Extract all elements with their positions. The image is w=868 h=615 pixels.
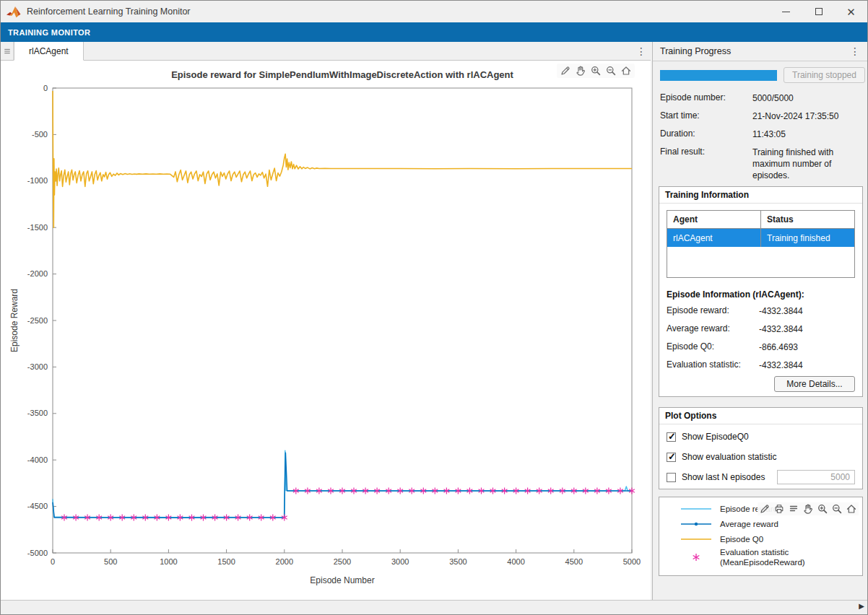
legend-panel: Episode rewardAverage rewardEpisode Q0Ev…: [659, 497, 863, 576]
svg-text:5000: 5000: [623, 557, 641, 566]
pan-icon[interactable]: [802, 503, 814, 515]
training-stopped-button: Training stopped: [784, 67, 865, 83]
plot-options-rows: Show EpisodeQ0Show evaluation statisticS…: [659, 427, 862, 487]
info-value: -4332.3844: [759, 359, 855, 371]
svg-text:4500: 4500: [565, 557, 583, 566]
checkbox-label: Show evaluation statistic: [682, 452, 776, 462]
svg-text:-1000: -1000: [27, 176, 48, 185]
checkbox-label: Show EpisodeQ0: [682, 432, 749, 442]
plot-option-row: Show evaluation statistic: [659, 447, 862, 467]
tab-training-monitor[interactable]: TRAINING MONITOR: [8, 28, 90, 37]
info-row: Duration:11:43:05: [660, 128, 863, 141]
document-kebab-icon[interactable]: ⋮: [632, 42, 651, 60]
svg-text:Episode Reward: Episode Reward: [9, 289, 19, 352]
window-title: Reinforcement Learning Training Monitor: [27, 6, 191, 17]
checkbox-label: Show last N episodes: [682, 472, 765, 482]
info-value: -866.4693: [759, 341, 855, 353]
panel-title: Training Progress: [660, 46, 731, 56]
plot-option-row: Show last N episodes: [659, 467, 862, 487]
legend-label-line: Average reward: [720, 519, 778, 529]
legend-label: Average reward: [720, 519, 778, 529]
home-icon[interactable]: [846, 503, 857, 515]
panel-kebab-icon[interactable]: ⋮: [850, 45, 860, 57]
brush-icon[interactable]: [759, 503, 771, 515]
info-label: Episode number:: [660, 92, 752, 102]
close-icon: ✕: [846, 6, 856, 17]
zoom-out-icon[interactable]: [831, 503, 843, 515]
svg-text:Episode Number: Episode Number: [310, 575, 374, 585]
plot-option-row: Show EpisodeQ0: [659, 427, 862, 447]
home-icon[interactable]: [620, 65, 632, 77]
legend-item[interactable]: Average reward: [680, 517, 859, 531]
checkbox[interactable]: [667, 432, 676, 442]
more-details-button[interactable]: More Details...: [774, 376, 855, 392]
svg-text:-2000: -2000: [27, 269, 48, 278]
toolstrip: TRAINING MONITOR: [1, 22, 867, 42]
info-label: Start time:: [660, 110, 752, 121]
legend-item[interactable]: Evaluation statistic(MeanEpisodeReward): [680, 547, 859, 568]
export-icon[interactable]: [788, 503, 799, 515]
info-label: Episode Q0:: [667, 341, 759, 352]
legend-item[interactable]: Episode Q0: [680, 532, 859, 546]
maximize-button[interactable]: [802, 1, 835, 22]
reward-chart: 0500100015002000250030003500400045005000…: [5, 62, 641, 595]
minimize-button[interactable]: [770, 1, 802, 22]
maximize-icon: [815, 8, 823, 15]
info-row: Evaluation statistic:-4332.3844: [667, 359, 855, 372]
dock-options-icon[interactable]: [1, 42, 14, 60]
table-empty-space: [667, 247, 854, 277]
table-row[interactable]: rlACAgentTraining finished: [667, 229, 854, 247]
legend-label: Evaluation statistic(MeanEpisodeReward): [720, 547, 805, 568]
plot-options-title: Plot Options: [659, 408, 862, 424]
svg-text:0: 0: [43, 84, 48, 92]
pan-icon[interactable]: [575, 65, 586, 77]
svg-text:1500: 1500: [217, 557, 235, 566]
episode-information-heading: Episode Information (rlACAgent):: [667, 289, 804, 300]
info-label: Evaluation statistic:: [667, 359, 759, 370]
line-sample-icon: [680, 504, 713, 514]
info-value: 21-Nov-2024 17:35:50: [752, 110, 863, 122]
print-icon[interactable]: [773, 503, 785, 515]
checkbox[interactable]: [667, 453, 676, 462]
info-value: -4332.3844: [759, 323, 855, 335]
legend-sample: [680, 534, 713, 544]
info-row: Episode Q0:-866.4693: [667, 341, 855, 354]
asterisk-marker-icon: [680, 552, 713, 562]
axes-toolbar: [557, 64, 635, 78]
zoom-out-icon[interactable]: [605, 65, 617, 77]
close-button[interactable]: ✕: [835, 1, 867, 22]
svg-text:-4000: -4000: [27, 455, 48, 464]
svg-text:-5000: -5000: [27, 549, 48, 557]
info-row: Episode reward:-4332.3844: [667, 305, 855, 318]
legend-label-line: Episode Q0: [720, 534, 763, 544]
zoom-in-icon[interactable]: [817, 503, 828, 515]
info-value: -4332.3844: [759, 305, 855, 317]
zoom-in-icon[interactable]: [590, 65, 602, 77]
legend-sample: [680, 552, 713, 562]
svg-text:3000: 3000: [391, 557, 409, 566]
legend-sample: [680, 519, 713, 529]
svg-text:-1500: -1500: [27, 223, 48, 232]
training-progress-panel: Training Progress ⋮ Training stopped Epi…: [652, 42, 867, 600]
legend-sublabel: (MeanEpisodeReward): [720, 557, 805, 567]
scroll-right-icon[interactable]: ▶: [859, 603, 864, 610]
info-row: Episode number:5000/5000: [660, 92, 863, 105]
legend-toolbar: [758, 502, 859, 515]
svg-text:4000: 4000: [507, 557, 524, 566]
minimize-icon: [782, 12, 790, 12]
tab-rlacagent[interactable]: rlACAgent: [14, 42, 84, 61]
svg-text:1000: 1000: [160, 557, 177, 566]
svg-text:-2500: -2500: [27, 316, 48, 325]
table-header-row: AgentStatus: [667, 211, 854, 229]
progress-bar-fill: [660, 70, 777, 81]
bottom-scrollbar[interactable]: ▶: [1, 600, 867, 614]
plot-document-area: rlACAgent ⋮ 0500100015002000250030003500…: [1, 42, 651, 600]
legend-sample: [680, 504, 713, 514]
legend-label-line: Evaluation statistic: [720, 547, 805, 557]
info-label: Duration:: [660, 128, 752, 139]
checkbox[interactable]: [667, 473, 676, 482]
brush-icon[interactable]: [560, 65, 571, 77]
info-value: 11:43:05: [752, 128, 863, 140]
plot-area: 0500100015002000250030003500400045005000…: [1, 61, 651, 600]
table-header-cell: Status: [760, 211, 854, 228]
